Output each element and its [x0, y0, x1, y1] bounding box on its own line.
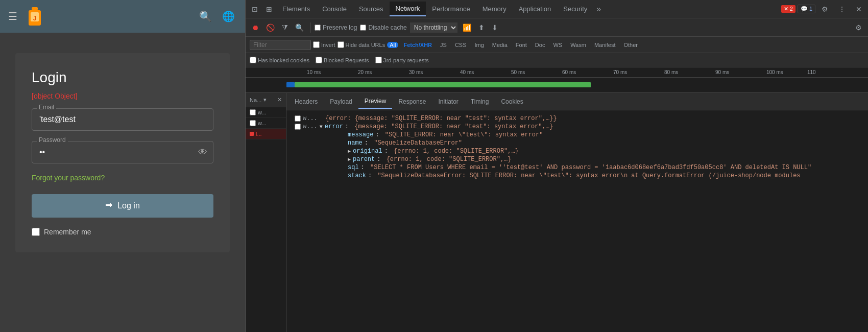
settings-icon[interactable]: ⚙ — [817, 3, 832, 15]
line6-triangle[interactable]: ▶ — [348, 156, 351, 162]
filter-manifest[interactable]: Manifest — [591, 41, 619, 49]
request-row-3[interactable]: l... — [246, 129, 286, 139]
main-content: Na... ▾ ✕ w... w... l... — [246, 93, 868, 332]
tab-preview[interactable]: Preview — [358, 94, 393, 109]
disable-cache-checkbox[interactable] — [360, 25, 366, 31]
filter-media[interactable]: Media — [489, 41, 511, 49]
third-party-label[interactable]: 3rd-party requests — [375, 57, 429, 63]
filter-font[interactable]: Font — [513, 41, 530, 49]
tab-network[interactable]: Network — [390, 2, 426, 16]
filter-css[interactable]: CSS — [452, 41, 470, 49]
filter-other[interactable]: Other — [620, 41, 641, 49]
blocked-cookies-label[interactable]: Has blocked cookies — [250, 57, 309, 63]
line1-checkbox[interactable] — [295, 115, 301, 122]
svg-text:J: J — [33, 15, 37, 22]
tab-elements[interactable]: Elements — [276, 2, 316, 16]
hide-data-urls-checkbox[interactable] — [337, 41, 344, 48]
close-devtools-icon[interactable]: ✕ — [852, 3, 866, 15]
json-line-3: message : "SQLITE_ERROR: near \"test\": … — [295, 131, 860, 139]
record-button[interactable]: ⏺ — [250, 22, 261, 33]
request-name-2: w... — [258, 120, 267, 126]
email-input[interactable] — [32, 108, 213, 131]
wifi-icon[interactable]: 📶 — [461, 22, 473, 33]
tab-payload[interactable]: Payload — [324, 95, 358, 108]
globe-icon[interactable]: 🌐 — [220, 8, 237, 25]
third-party-checkbox[interactable] — [375, 57, 382, 63]
devtools-inspect-icon[interactable]: ⊡ — [248, 3, 262, 15]
password-input[interactable] — [32, 141, 213, 163]
tab-performance[interactable]: Performance — [426, 2, 476, 16]
line5-triangle[interactable]: ▶ — [348, 148, 351, 154]
filter-img[interactable]: Img — [472, 41, 487, 49]
throttle-select[interactable]: No throttling — [410, 22, 457, 33]
filter-js[interactable]: JS — [437, 41, 450, 49]
preview-panel: Headers Payload Preview Response Initiat… — [286, 93, 868, 332]
divider-1 — [310, 22, 310, 33]
invert-label[interactable]: Invert — [313, 41, 335, 48]
filter-input[interactable] — [250, 40, 311, 50]
timeline-waterfall — [246, 78, 868, 92]
filter-doc[interactable]: Doc — [532, 41, 548, 49]
tab-console[interactable]: Console — [316, 2, 353, 16]
filter-wasm[interactable]: Wasm — [567, 41, 589, 49]
tab-timing[interactable]: Timing — [465, 95, 495, 108]
tab-application[interactable]: Application — [513, 2, 558, 16]
devtools-topbar-right: ✕ 2 💬 1 ⚙ ⋮ ✕ — [781, 3, 866, 15]
more-tabs-icon[interactable]: » — [593, 3, 604, 16]
blocked-cookies-checkbox[interactable] — [250, 57, 256, 63]
request-checkbox-1[interactable] — [250, 109, 256, 115]
forgot-password-link[interactable]: Forgot your password? — [32, 174, 213, 182]
error-icon: ✕ — [784, 6, 788, 12]
request-row-1[interactable]: w... — [246, 107, 286, 118]
filter-ws[interactable]: WS — [550, 41, 565, 49]
tab-security[interactable]: Security — [557, 2, 593, 16]
tab-response[interactable]: Response — [392, 95, 432, 108]
settings-network-icon[interactable]: ⚙ — [853, 22, 864, 33]
tick-20ms: 20 ms — [358, 69, 372, 75]
download-icon[interactable]: ⬇ — [490, 22, 500, 33]
all-filter-badge[interactable]: All — [387, 42, 398, 48]
json-line-8: stack : "SequelizeDatabaseError: SQLITE_… — [295, 172, 860, 180]
tab-headers[interactable]: Headers — [288, 95, 324, 108]
hamburger-icon[interactable]: ☰ — [8, 10, 17, 22]
tab-cookies[interactable]: Cookies — [495, 95, 529, 108]
clear-button[interactable]: 🚫 — [264, 22, 277, 33]
login-container: Login [object Object] Email Password 👁 F… — [0, 33, 245, 332]
preserve-log-checkbox[interactable] — [315, 25, 321, 31]
request-row-2[interactable]: w... — [246, 118, 286, 129]
blocked-requests-label[interactable]: Blocked Requests — [316, 57, 369, 63]
filter-fetch-xhr[interactable]: Fetch/XHR — [400, 41, 435, 49]
show-password-icon[interactable]: 👁 — [198, 147, 207, 158]
preview-tabs: Headers Payload Preview Response Initiat… — [286, 93, 868, 110]
hide-data-urls-label[interactable]: Hide data URLs — [337, 41, 385, 48]
upload-icon[interactable]: ⬆ — [476, 22, 487, 33]
warning-count: 1 — [809, 6, 812, 12]
devtools-toggle-icon[interactable]: ⊞ — [262, 3, 276, 15]
waterfall-bar-1 — [286, 82, 295, 87]
tick-100ms: 100 ms — [766, 69, 783, 75]
search-network-icon[interactable]: 🔍 — [293, 22, 306, 33]
requests-list: Na... ▾ ✕ w... w... l... — [246, 93, 286, 332]
invert-checkbox[interactable] — [313, 41, 320, 48]
remember-me-checkbox[interactable] — [32, 228, 40, 236]
tab-sources[interactable]: Sources — [353, 2, 390, 16]
line2-triangle[interactable]: ▼ — [320, 124, 323, 130]
line2-checkbox[interactable] — [295, 124, 301, 130]
search-icon[interactable]: 🔍 — [197, 8, 214, 25]
filter-icon[interactable]: ⧩ — [280, 22, 290, 33]
tick-90ms: 90 ms — [715, 69, 729, 75]
preserve-log-label[interactable]: Preserve log — [315, 24, 357, 31]
disable-cache-label[interactable]: Disable cache — [360, 24, 406, 31]
preview-content: w... {error: {message: "SQLITE_ERROR: ne… — [286, 110, 868, 332]
blocked-requests-checkbox[interactable] — [316, 57, 322, 63]
login-button[interactable]: ⮕ Log in — [32, 194, 213, 218]
tab-memory[interactable]: Memory — [476, 2, 513, 16]
tick-50ms: 50 ms — [511, 69, 525, 75]
login-button-label: Log in — [117, 201, 140, 210]
more-options-icon[interactable]: ⋮ — [834, 3, 850, 15]
tick-80ms: 80 ms — [664, 69, 678, 75]
sort-icon[interactable]: ▾ — [263, 97, 267, 103]
request-checkbox-2[interactable] — [250, 120, 256, 126]
tab-initiator[interactable]: Initiator — [432, 95, 464, 108]
close-request-icon[interactable]: ✕ — [277, 97, 282, 103]
